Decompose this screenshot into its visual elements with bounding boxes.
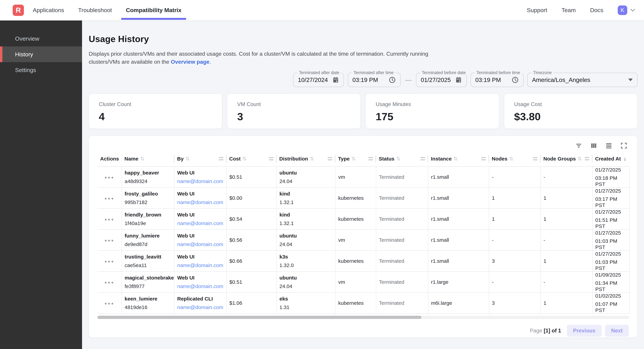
cell-status: Terminated	[376, 272, 428, 293]
column-header-nodes[interactable]: Nodes⇅	[489, 151, 540, 166]
filter-icon[interactable]	[575, 142, 583, 150]
replicated-logo[interactable]: R	[13, 4, 24, 16]
sidebar-item-settings[interactable]: Settings	[0, 62, 82, 78]
density-icon[interactable]	[605, 142, 613, 150]
sort-icon[interactable]: ⇅	[352, 156, 356, 162]
column-menu-icon[interactable]	[269, 157, 274, 160]
column-menu-icon[interactable]	[328, 157, 332, 160]
stat-value: 3	[237, 110, 360, 123]
stat-value: 175	[376, 110, 499, 123]
column-menu-icon[interactable]	[481, 157, 486, 160]
sort-icon[interactable]: ⇅	[454, 156, 458, 162]
columns-icon[interactable]	[590, 142, 598, 150]
row-actions-button[interactable]: ●●●	[104, 238, 114, 243]
cell-name: funny_lumierede9ed87d	[122, 230, 174, 251]
terminated-before-time-field[interactable]: Terminated before time 03:19 PM	[470, 73, 524, 87]
email-link[interactable]: name@domain.com	[177, 262, 224, 268]
clock-icon[interactable]	[512, 76, 519, 83]
fullscreen-icon[interactable]	[620, 142, 628, 150]
email-link[interactable]: name@domain.com	[177, 199, 224, 205]
sort-icon[interactable]: ⇅	[578, 156, 582, 162]
nav-item-troubleshoot[interactable]: Troubleshoot	[78, 0, 112, 20]
terminated-after-time-field[interactable]: Terminated after time 03:19 PM	[348, 73, 400, 87]
overview-page-link[interactable]: Overview page	[171, 59, 209, 65]
timezone-select[interactable]: Timezone America/Los_Angeles	[527, 73, 638, 87]
column-menu-icon[interactable]	[219, 157, 224, 160]
cell-actions: ●●●	[98, 187, 122, 209]
email-link[interactable]: name@domain.com	[177, 284, 224, 289]
cell-name: trusting_leavittcae5ea11	[122, 251, 174, 272]
row-actions-button[interactable]: ●●●	[104, 217, 114, 222]
terminated-after-date-field[interactable]: Terminated after date 10/27/2024	[293, 73, 344, 87]
sort-icon[interactable]: ⇅	[509, 156, 514, 162]
row-actions-button[interactable]: ●●●	[104, 301, 114, 306]
row-actions-button[interactable]: ●●●	[104, 280, 114, 285]
cell-actions: ●●●	[98, 230, 122, 251]
stat-label: Usage Cost	[514, 101, 637, 107]
terminated-before-date-field[interactable]: Terminated before date 01/27/2025	[416, 73, 467, 87]
column-header-distribution[interactable]: Distribution⇅	[276, 151, 335, 166]
sidebar-item-history[interactable]: History	[0, 46, 82, 62]
sort-icon[interactable]: ⇅	[310, 156, 314, 162]
nav-item-team[interactable]: Team	[562, 0, 576, 20]
cell-status: Terminated	[376, 251, 428, 272]
email-link[interactable]: name@domain.com	[177, 178, 224, 184]
chevron-down-icon	[630, 7, 635, 11]
column-header-type[interactable]: Type⇅	[335, 151, 376, 166]
cell-created-at: 01/27/202501:51 PM PST	[592, 209, 630, 230]
email-link[interactable]: name@domain.com	[177, 220, 224, 226]
column-menu-icon[interactable]	[420, 157, 425, 160]
column-menu-icon[interactable]	[368, 157, 373, 160]
cell-actions: ●●●	[98, 166, 122, 187]
column-menu-icon[interactable]	[585, 157, 589, 160]
horizontal-scrollbar[interactable]	[98, 316, 630, 319]
column-header-instance[interactable]: Instance⇅	[428, 151, 489, 166]
scrollbar-thumb[interactable]	[98, 316, 422, 319]
nav-item-compatibility-matrix[interactable]: Compatibility Matrix	[126, 0, 182, 20]
nav-item-docs[interactable]: Docs	[590, 0, 603, 20]
cell-name: frosty_galileo995b7182	[122, 187, 174, 209]
stat-card-usage-cost: Usage Cost $3.80	[504, 94, 638, 129]
next-page-button[interactable]: Next	[605, 325, 629, 337]
account-menu[interactable]: K	[618, 5, 634, 15]
cell-node-groups: -	[540, 272, 592, 293]
cell-nodes: -	[489, 230, 540, 251]
nav-item-support[interactable]: Support	[527, 0, 547, 20]
sort-icon[interactable]: ⇅	[396, 156, 400, 162]
cell-created-at: 01/27/202501:03 PM PST	[592, 251, 630, 272]
stat-label: Usage Minutes	[376, 101, 499, 107]
row-actions-button[interactable]: ●●●	[104, 196, 114, 201]
row-actions-button[interactable]: ●●●	[104, 259, 114, 264]
column-header-by[interactable]: By⇅	[174, 151, 226, 166]
email-link[interactable]: name@domain.com	[177, 241, 224, 247]
column-header-status[interactable]: Status⇅	[376, 151, 428, 166]
nav-item-applications[interactable]: Applications	[33, 0, 64, 20]
column-header-node-groups[interactable]: Node Groups⇅	[540, 151, 592, 166]
column-header-cost[interactable]: Cost⇅	[226, 151, 276, 166]
terminated-after-time-value: 03:19 PM	[352, 76, 378, 83]
sort-icon[interactable]: ⇅	[242, 156, 247, 162]
sort-icon[interactable]: ⇅	[140, 156, 144, 162]
column-header-created-at[interactable]: Created At↓	[592, 151, 630, 166]
sidebar-item-overview[interactable]: Overview	[0, 31, 82, 46]
sort-icon[interactable]: ⇅	[185, 156, 190, 162]
row-actions-button[interactable]: ●●●	[104, 175, 114, 180]
cell-actions: ●●●	[98, 251, 122, 272]
calendar-icon[interactable]	[455, 76, 462, 83]
column-menu-icon[interactable]	[533, 157, 538, 160]
cell-node-groups: 1	[540, 293, 592, 314]
page-title: Usage History	[89, 34, 638, 44]
cell-type: vm	[335, 230, 376, 251]
column-header-name[interactable]: Name⇅	[122, 151, 174, 166]
previous-page-button[interactable]: Previous	[567, 325, 602, 337]
table-body: ●●● happy_beavera48d9324 Web UIname@doma…	[98, 166, 630, 314]
calendar-icon[interactable]	[332, 76, 339, 83]
cell-name: happy_beavera48d9324	[122, 166, 174, 187]
timezone-value: America/Los_Angeles	[532, 76, 590, 83]
cell-distribution: ubuntu24.04	[276, 230, 335, 251]
sort-descending-icon[interactable]: ↓	[624, 156, 626, 162]
clock-icon[interactable]	[389, 76, 396, 83]
avatar[interactable]: K	[618, 5, 627, 15]
cell-instance: r1.small	[428, 187, 489, 209]
email-link[interactable]: name@domain.com	[177, 305, 224, 310]
